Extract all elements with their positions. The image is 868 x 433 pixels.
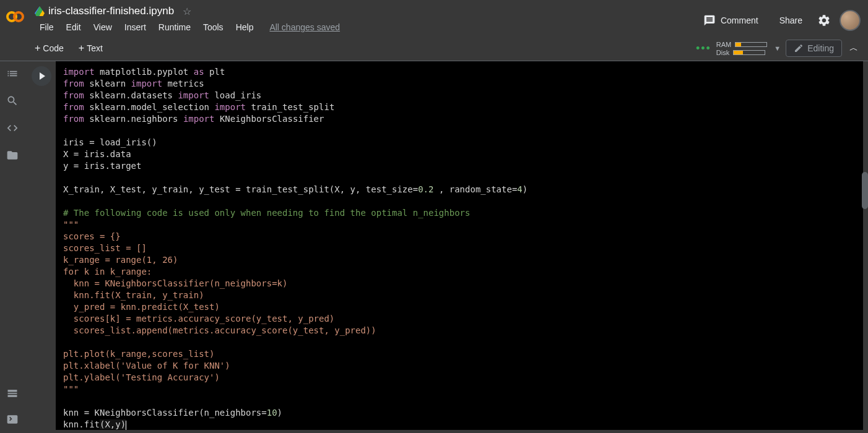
colab-logo-icon xyxy=(6,10,27,24)
snippets-icon[interactable] xyxy=(6,122,19,134)
busy-indicator: ••• xyxy=(696,42,711,55)
editing-mode-button[interactable]: Editing xyxy=(786,40,842,57)
code-cell[interactable]: import matplotlib.pyplot as plt from skl… xyxy=(27,61,863,430)
comment-label: Comment xyxy=(721,15,758,25)
drive-icon xyxy=(35,6,45,16)
menu-help[interactable]: Help xyxy=(231,20,259,35)
comment-button[interactable]: Comment xyxy=(697,11,765,30)
toc-icon[interactable] xyxy=(6,67,19,80)
menu-runtime[interactable]: Runtime xyxy=(154,20,196,35)
header-bar: iris-classifier-finished.ipynb ☆ File Ed… xyxy=(0,0,868,35)
editing-label: Editing xyxy=(807,43,834,53)
files-icon[interactable] xyxy=(6,149,19,161)
star-icon[interactable]: ☆ xyxy=(183,6,191,17)
pencil-icon xyxy=(794,43,804,53)
plus-icon: + xyxy=(79,43,84,53)
resource-dropdown[interactable]: ▼ xyxy=(774,45,781,52)
save-status[interactable]: All changes saved xyxy=(264,20,345,35)
terminal-icon[interactable] xyxy=(6,413,19,426)
resource-indicator[interactable]: RAM Disk xyxy=(716,41,767,56)
colab-logo[interactable] xyxy=(6,5,27,24)
add-code-label: Code xyxy=(43,43,63,53)
menu-edit[interactable]: Edit xyxy=(61,20,86,35)
svg-rect-1 xyxy=(8,393,17,394)
variables-icon[interactable] xyxy=(6,387,19,400)
collapse-header-button[interactable]: ︿ xyxy=(847,40,861,56)
comment-icon xyxy=(703,14,716,27)
svg-rect-2 xyxy=(8,395,17,397)
ram-bar xyxy=(735,42,767,47)
search-icon[interactable] xyxy=(6,95,19,107)
disk-bar xyxy=(733,50,765,55)
disk-label: Disk xyxy=(716,49,729,56)
menu-tools[interactable]: Tools xyxy=(198,20,228,35)
notebook-area: import matplotlib.pyplot as plt from skl… xyxy=(25,61,868,430)
add-code-button[interactable]: +Code xyxy=(30,41,69,56)
gear-icon xyxy=(817,14,831,27)
add-text-button[interactable]: +Text xyxy=(74,41,108,56)
code-editor[interactable]: import matplotlib.pyplot as plt from skl… xyxy=(56,61,863,430)
title-block: iris-classifier-finished.ipynb ☆ File Ed… xyxy=(35,5,345,35)
share-button[interactable]: Share xyxy=(773,12,809,29)
menu-insert[interactable]: Insert xyxy=(119,20,151,35)
run-button[interactable] xyxy=(32,66,51,86)
plus-icon: + xyxy=(35,43,40,53)
ram-label: RAM xyxy=(716,41,731,48)
add-text-label: Text xyxy=(87,43,103,53)
toolbar: +Code +Text ••• RAM Disk ▼ Editing ︿ xyxy=(0,35,868,61)
menu-view[interactable]: View xyxy=(89,20,117,35)
filename[interactable]: iris-classifier-finished.ipynb xyxy=(48,5,174,17)
scrollbar[interactable] xyxy=(862,172,868,209)
menu-file[interactable]: File xyxy=(35,20,59,35)
avatar[interactable] xyxy=(840,10,861,31)
bottom-rail xyxy=(0,387,25,433)
settings-button[interactable] xyxy=(817,14,831,27)
svg-rect-0 xyxy=(8,390,17,392)
left-rail xyxy=(0,61,25,430)
menu-bar: File Edit View Insert Runtime Tools Help… xyxy=(35,20,345,35)
header-right: Comment Share xyxy=(697,5,861,31)
play-icon xyxy=(40,72,45,80)
